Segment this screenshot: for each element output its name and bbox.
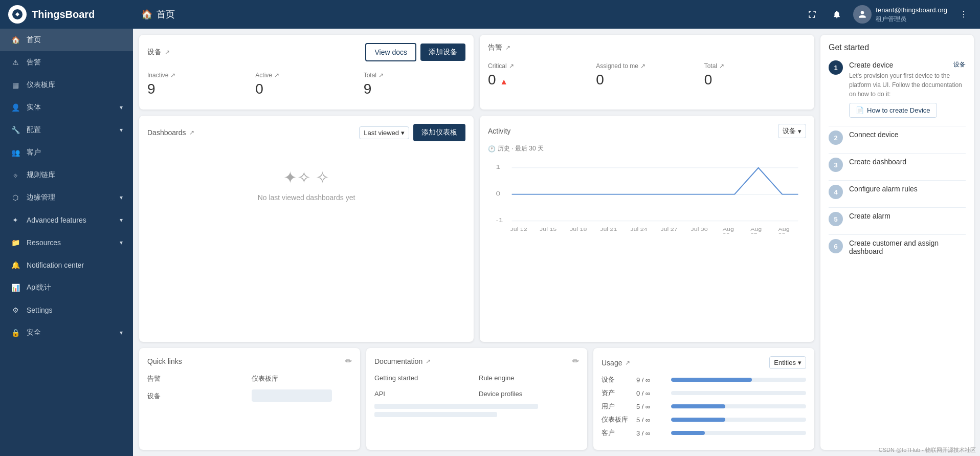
devices-total-link-icon[interactable]: ↗ — [378, 72, 384, 79]
home-nav-icon: 🏠 — [10, 35, 20, 45]
critical-link-icon[interactable]: ↗ — [509, 62, 514, 70]
filter-chevron-icon: ▾ — [401, 129, 405, 137]
view-docs-button[interactable]: View docs — [365, 43, 416, 61]
step-number: 3 — [829, 158, 843, 172]
middle-row: Dashboards ↗ Last viewed ▾ 添加仪表板 ✦✧ ✧ — [139, 116, 814, 342]
documentation-links: Getting started Rule engine API Device p… — [374, 372, 579, 400]
sidebar-item-api[interactable]: 📊 Api统计 — [0, 276, 133, 299]
documentation-link-icon[interactable]: ↗ — [426, 358, 431, 365]
usage-filter-chevron-icon: ▾ — [798, 359, 801, 366]
critical-value: 0 ▲ — [488, 72, 590, 88]
config-nav-icon: 🔧 — [10, 125, 20, 135]
doc-link-getting-started[interactable]: Getting started — [374, 372, 475, 384]
sidebar-item-security[interactable]: 🔒 安全 ▾ — [0, 321, 133, 344]
devices-link-icon[interactable]: ↗ — [165, 49, 170, 56]
usage-link-icon[interactable]: ↗ — [625, 359, 630, 366]
alerts-link-icon[interactable]: ↗ — [505, 44, 510, 51]
alerts-stats-row: Critical ↗ 0 ▲ Assigned to me ↗ — [488, 58, 806, 92]
active-link-icon[interactable]: ↗ — [274, 72, 279, 79]
add-device-button[interactable]: 添加设备 — [420, 44, 465, 61]
quick-links-edit-icon[interactable]: ✏ — [345, 356, 352, 366]
config-chevron-icon: ▾ — [120, 126, 123, 134]
quick-link-alerts[interactable]: 告警 — [147, 372, 248, 385]
step-content: Create customer and assign dashboard — [849, 239, 966, 255]
devices-total-value: 9 — [364, 81, 465, 97]
inactive-link-icon[interactable]: ↗ — [170, 72, 175, 79]
step-label: Create dashboard — [849, 158, 966, 166]
step-number: 6 — [829, 239, 843, 253]
doc-link-device-profiles[interactable]: Device profiles — [479, 388, 579, 400]
settings-nav-icon: ⚙ — [10, 305, 20, 315]
api-nav-icon: 📊 — [10, 283, 20, 293]
step-divider — [829, 234, 966, 235]
sidebar-item-rulechain[interactable]: ⟐ 规则链库 — [0, 164, 133, 186]
svg-text:02: 02 — [723, 232, 730, 234]
doc-link-api[interactable]: API — [374, 388, 475, 400]
sidebar-item-alerts[interactable]: ⚠ 告警 — [0, 51, 133, 74]
resources-nav-icon: 📁 — [10, 237, 20, 248]
get-started-step-4[interactable]: 4 Configure alarm rules — [829, 185, 966, 199]
more-options-button[interactable] — [955, 6, 972, 23]
notifications-button[interactable] — [829, 6, 845, 23]
steps-container: 1 Create device 设备 Let's provision your … — [829, 60, 966, 255]
sidebar-item-customers[interactable]: 👥 客户 — [0, 141, 133, 164]
sidebar-item-notification[interactable]: 🔔 Notification center — [0, 254, 133, 276]
get-started-step-2[interactable]: 2 Connect device — [829, 131, 966, 145]
dashboards-link-icon[interactable]: ↗ — [189, 129, 194, 136]
sidebar-item-dashboards[interactable]: ▦ 仪表板库 — [0, 74, 133, 96]
activity-filter-select[interactable]: 设备 ▾ — [778, 124, 806, 138]
alerts-critical-stat: Critical ↗ 0 ▲ — [488, 58, 590, 92]
step-divider — [829, 153, 966, 154]
alerts-total-label: Total — [704, 62, 717, 70]
resources-chevron-icon: ▾ — [120, 239, 123, 246]
user-menu[interactable]: tenant@thingsboard.org 租户管理员 — [853, 5, 947, 24]
quick-link-devices[interactable]: 设备 — [147, 389, 248, 403]
quick-link-dashboards[interactable]: 仪表板库 — [252, 372, 352, 385]
get-started-step-3[interactable]: 3 Create dashboard — [829, 158, 966, 172]
step-content: Configure alarm rules — [849, 185, 966, 193]
devices-card-actions: View docs 添加设备 — [365, 43, 465, 61]
sidebar-label-advanced: Advanced features — [27, 216, 86, 224]
sidebar-label-api: Api统计 — [27, 283, 51, 292]
usage-bar-fill — [671, 418, 725, 422]
sidebar-label-home: 首页 — [27, 35, 41, 45]
active-value: 0 — [255, 81, 357, 97]
dashboards-card-actions: Last viewed ▾ 添加仪表板 — [359, 124, 465, 141]
assigned-link-icon[interactable]: ↗ — [640, 62, 645, 70]
sidebar-item-advanced[interactable]: ✦ Advanced features ▾ — [0, 209, 133, 231]
svg-text:Aug: Aug — [778, 227, 790, 232]
advanced-chevron-icon: ▾ — [120, 216, 123, 224]
step-label: Create customer and assign dashboard — [849, 239, 966, 255]
usage-item-count: 9 / ∞ — [636, 376, 667, 384]
sidebar-item-config[interactable]: 🔧 配置 ▾ — [0, 119, 133, 141]
dashboards-filter-label: Last viewed — [364, 129, 399, 137]
get-started-step-5[interactable]: 5 Create alarm — [829, 212, 966, 226]
documentation-title: Documentation ↗ — [374, 357, 431, 365]
fullscreen-button[interactable] — [804, 6, 820, 23]
alert-nav-icon: ⚠ — [10, 57, 20, 68]
sidebar-item-home[interactable]: 🏠 首页 — [0, 29, 133, 51]
dashboards-filter-select[interactable]: Last viewed ▾ — [359, 126, 409, 139]
add-dashboard-button[interactable]: 添加仪表板 — [413, 124, 465, 141]
sidebar-item-resources[interactable]: 📁 Resources ▾ — [0, 231, 133, 254]
usage-bar-bg — [671, 418, 806, 422]
step-link[interactable]: 设备 — [953, 60, 966, 69]
documentation-edit-icon[interactable]: ✏ — [572, 356, 579, 366]
doc-link-rule-engine[interactable]: Rule engine — [479, 372, 579, 384]
sidebar-item-entities[interactable]: 👤 实体 ▾ — [0, 96, 133, 119]
get-started-step-6[interactable]: 6 Create customer and assign dashboard — [829, 239, 966, 255]
notification-nav-icon: 🔔 — [10, 260, 20, 270]
alerts-total-link-icon[interactable]: ↗ — [719, 62, 724, 70]
step-number: 5 — [829, 212, 843, 226]
svg-text:05: 05 — [750, 232, 758, 234]
advanced-nav-icon: ✦ — [10, 215, 20, 225]
usage-filter-select[interactable]: Entities ▾ — [769, 356, 806, 369]
doc-icon: 📄 — [856, 106, 864, 114]
usage-item-count: 0 / ∞ — [636, 389, 667, 397]
sidebar-item-edge[interactable]: ⬡ 边缘管理 ▾ — [0, 186, 133, 209]
get-started-step-1[interactable]: 1 Create device 设备 Let's provision your … — [829, 60, 966, 118]
sidebar-item-settings[interactable]: ⚙ Settings — [0, 299, 133, 321]
dashboards-title-text: Dashboards — [147, 128, 186, 137]
step-content: Connect device — [849, 131, 966, 139]
how-to-create-device-button[interactable]: 📄 How to create Device — [849, 103, 937, 118]
